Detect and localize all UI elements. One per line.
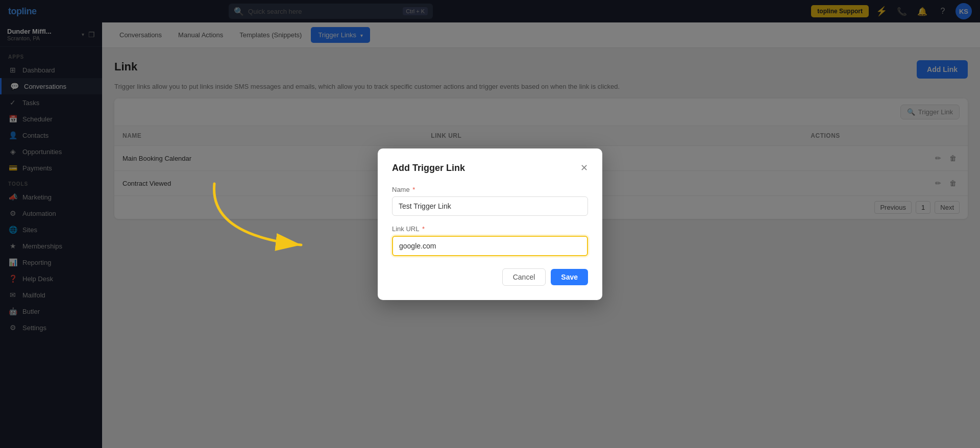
- modal-title: Add Trigger Link: [392, 163, 465, 173]
- url-input[interactable]: [392, 236, 588, 256]
- name-field: Name *: [392, 186, 588, 216]
- save-button[interactable]: Save: [551, 269, 588, 285]
- cancel-button[interactable]: Cancel: [502, 268, 546, 286]
- url-label: Link URL *: [392, 225, 588, 233]
- add-trigger-link-modal: Add Trigger Link ✕ Name * Link URL * Can…: [378, 148, 602, 300]
- modal-close-button[interactable]: ✕: [580, 163, 588, 172]
- modal-footer: Cancel Save: [392, 268, 588, 286]
- url-field: Link URL *: [392, 225, 588, 256]
- name-input[interactable]: [392, 196, 588, 216]
- name-required-marker: *: [412, 186, 415, 193]
- modal-header: Add Trigger Link ✕: [392, 163, 588, 173]
- arrow-annotation: [199, 173, 332, 265]
- name-label-text: Name: [392, 186, 410, 193]
- url-required-marker: *: [422, 225, 425, 233]
- url-label-text: Link URL: [392, 225, 419, 233]
- name-label: Name *: [392, 186, 588, 193]
- modal-overlay[interactable]: Add Trigger Link ✕ Name * Link URL * Can…: [0, 0, 980, 448]
